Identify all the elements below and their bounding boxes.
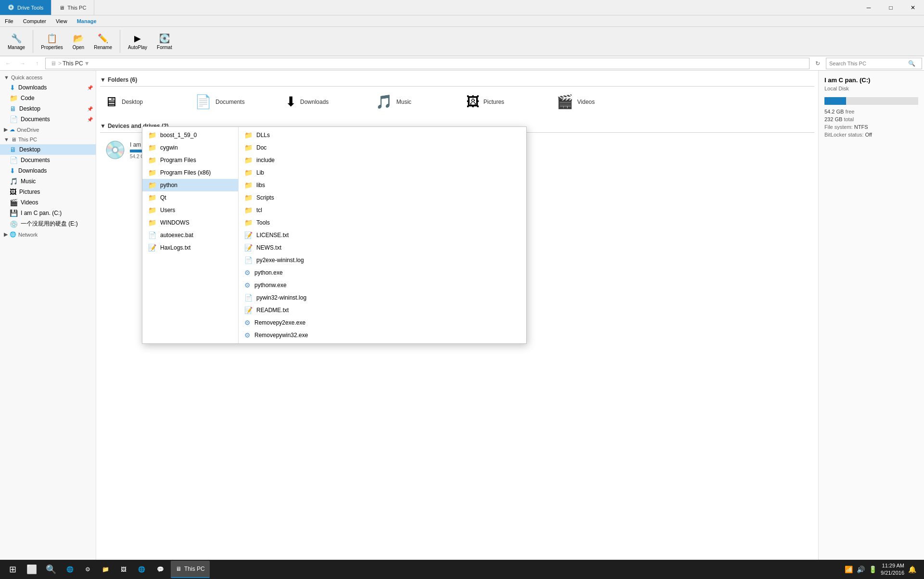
ribbon-rename-btn[interactable]: ✏️ Rename	[90, 31, 116, 52]
manage-icon: 🔧	[11, 33, 22, 44]
title-tabs: 💿 Drive Tools 🖥 This PC	[0, 0, 858, 15]
popup-file-autoexec[interactable]: 📄 autoexec.bat	[142, 229, 238, 241]
popup-folder-users[interactable]: 📁 Users	[142, 204, 238, 216]
back-button[interactable]: ←	[2, 58, 14, 69]
popup-folder-program-files-x86[interactable]: 📁 Program Files (x86)	[142, 166, 238, 179]
popup-folder-tools[interactable]: 📁 Tools	[239, 216, 526, 229]
ribbon-open-btn[interactable]: 📂 Open	[69, 31, 88, 52]
folders-section-header[interactable]: ▼ Folders (6)	[100, 75, 814, 86]
popup-folder-libs[interactable]: 📁 libs	[239, 179, 526, 191]
folder-tools-icon: 📁	[244, 219, 253, 227]
popup-file-pythonw-exe[interactable]: ⚙ pythonw.exe	[239, 279, 526, 291]
address-bar: ← → ↑ 🖥 > This PC ▼ ↻ 🔍	[0, 56, 924, 71]
sidebar-item-downloads-pc[interactable]: ⬇ Downloads	[0, 165, 96, 176]
popup-folder-program-files[interactable]: 📁 Program Files	[142, 154, 238, 166]
taskbar-photos[interactable]: 🖼	[116, 561, 131, 578]
task-view-button[interactable]: ⬜	[23, 561, 40, 578]
sidebar-item-videos[interactable]: 🎬 Videos	[0, 197, 96, 208]
popup-file-python-exe[interactable]: ⚙ python.exe	[239, 266, 526, 279]
tab-drive-tools[interactable]: 💿 Drive Tools	[0, 0, 51, 15]
up-button[interactable]: ↑	[31, 58, 43, 69]
taskbar-battery-icon[interactable]: 🔋	[869, 566, 877, 573]
popup-file-license[interactable]: 📝 LICENSE.txt	[239, 229, 526, 241]
folder-desktop[interactable]: 🖥 Desktop	[100, 90, 187, 113]
network-header[interactable]: ▶ 🌐 Network	[0, 229, 96, 239]
menu-computer[interactable]: Computer	[18, 15, 51, 26]
forward-button[interactable]: →	[16, 58, 29, 69]
search-box[interactable]: 🔍	[826, 58, 922, 69]
folder-music[interactable]: 🎵 Music	[371, 90, 458, 113]
popup-file-haxlogs[interactable]: 📝 HaxLogs.txt	[142, 241, 238, 254]
sidebar-item-desktop-quick[interactable]: 🖥 Desktop 📌	[0, 103, 96, 114]
refresh-button[interactable]: ↻	[811, 58, 824, 69]
onedrive-header[interactable]: ▶ ☁ OneDrive	[0, 125, 96, 135]
popup-folder-qt[interactable]: 📁 Qt	[142, 191, 238, 204]
quick-access-header[interactable]: ▼ Quick access	[0, 73, 96, 82]
popup-folder-doc[interactable]: 📁 Doc	[239, 141, 526, 154]
ribbon-manage-btn[interactable]: 🔧 Manage	[4, 31, 29, 52]
photos-icon: 🖼	[121, 566, 127, 573]
popup-folder-windows[interactable]: 📁 WINDOWS	[142, 216, 238, 229]
popup-file-removepywin32[interactable]: ⚙ Removepywin32.exe	[239, 329, 526, 341]
menu-file[interactable]: File	[0, 15, 18, 26]
search-input[interactable]	[829, 61, 906, 66]
popup-folder-tcl[interactable]: 📁 tcl	[239, 204, 526, 216]
sidebar-item-music[interactable]: 🎵 Music	[0, 176, 96, 187]
videos-icon: 🎬	[10, 199, 18, 206]
sidebar-item-downloads-quick[interactable]: ⬇ Downloads 📌	[0, 82, 96, 93]
folder-downloads[interactable]: ⬇ Downloads	[281, 90, 367, 113]
taskbar-files[interactable]: 📁	[97, 561, 114, 578]
popup-folder-include[interactable]: 📁 include	[239, 154, 526, 166]
menu-view[interactable]: View	[51, 15, 72, 26]
popup-file-readme[interactable]: 📝 README.txt	[239, 304, 526, 316]
ribbon-autoplay-btn[interactable]: ▶ AutoPlay	[124, 31, 151, 52]
taskbar-explorer[interactable]: 🖥 This PC	[171, 561, 210, 578]
details-total-space: 232 GB total	[824, 116, 918, 122]
taskbar-notification-icon[interactable]: 🔔	[908, 566, 916, 573]
address-input[interactable]: 🖥 > This PC ▼	[45, 58, 810, 69]
sidebar-item-documents-pc[interactable]: 📄 Documents	[0, 155, 96, 165]
close-button[interactable]: ✕	[902, 0, 924, 15]
popup-folder-cygwin[interactable]: 📁 cygwin	[142, 141, 238, 154]
sidebar-item-code[interactable]: 📁 Code	[0, 93, 96, 103]
popup-file-pywin32-log[interactable]: 📄 pywin32-wininst.log	[239, 291, 526, 304]
taskbar-ie[interactable]: 🌐	[62, 561, 78, 578]
sidebar-item-pictures[interactable]: 🖼 Pictures	[0, 187, 96, 197]
taskbar-volume-icon[interactable]: 🔊	[857, 566, 865, 573]
folder-documents[interactable]: 📄 Documents	[190, 90, 277, 113]
cortana-button[interactable]: 🔍	[42, 561, 60, 578]
taskbar-settings[interactable]: ⚙	[80, 561, 95, 578]
popup-file-removepy2exe[interactable]: ⚙ Removepy2exe.exe	[239, 316, 526, 329]
ribbon-separator-1	[33, 30, 33, 53]
ie-icon: 🌐	[66, 566, 74, 573]
this-pc-header[interactable]: ▼ 🖥 This PC	[0, 135, 96, 144]
taskbar-msg[interactable]: 💬	[152, 561, 169, 578]
start-button[interactable]: ⊞	[4, 561, 21, 578]
menu-manage[interactable]: Manage	[72, 15, 101, 26]
taskbar-clock[interactable]: 11:29 AM 9/21/2016	[881, 562, 904, 577]
popup-folder-boost[interactable]: 📁 boost_1_59_0	[142, 129, 238, 141]
sidebar-item-this-pc[interactable]: 🖥 Desktop	[0, 144, 96, 155]
taskbar-network-icon[interactable]: 📶	[845, 566, 853, 573]
popup-file-py2exe-log[interactable]: 📄 py2exe-wininst.log	[239, 254, 526, 266]
ribbon-properties-btn[interactable]: 📋 Properties	[37, 31, 67, 52]
popup-folder-dlls[interactable]: 📁 DLLs	[239, 129, 526, 141]
sidebar-item-documents-quick[interactable]: 📄 Documents 📌	[0, 114, 96, 125]
tab-this-pc[interactable]: 🖥 This PC	[51, 0, 94, 15]
chevron-right-icon-3: ▼	[4, 137, 9, 142]
sidebar-item-e-drive[interactable]: 💿 一个没屁用的硬盘 (E:)	[0, 218, 96, 229]
minimize-button[interactable]: ─	[858, 0, 880, 15]
taskbar-chrome[interactable]: 🌐	[133, 561, 150, 578]
popup-folder-scripts[interactable]: 📁 Scripts	[239, 191, 526, 204]
popup-folder-python[interactable]: 📁 python	[142, 179, 238, 191]
folder-include-icon: 📁	[244, 156, 253, 164]
ribbon-format-btn[interactable]: 💽 Format	[153, 31, 176, 52]
popup-folder-lib[interactable]: 📁 Lib	[239, 166, 526, 179]
popup-file-news[interactable]: 📝 NEWS.txt	[239, 241, 526, 254]
maximize-button[interactable]: □	[880, 0, 902, 15]
folder-pictures[interactable]: 🖼 Pictures	[462, 90, 548, 113]
format-icon: 💽	[159, 33, 170, 44]
folder-videos[interactable]: 🎬 Videos	[552, 90, 639, 113]
folder-desktop-icon: 🖥	[104, 94, 118, 110]
sidebar-item-c-drive[interactable]: 💾 I am C pan. (C:)	[0, 208, 96, 218]
